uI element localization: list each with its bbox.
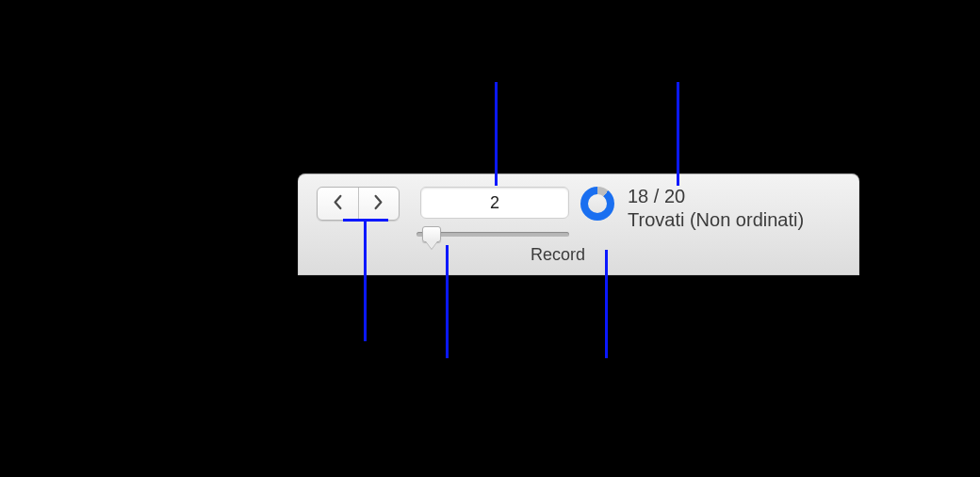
- prev-record-button[interactable]: [318, 188, 358, 220]
- callout-line: [446, 245, 449, 358]
- found-count: 18 / 20: [628, 185, 804, 208]
- record-navigation-panel: 2 Record 18 / 20 Trovati (Non ordinati): [298, 173, 859, 275]
- chevron-left-icon: [332, 194, 344, 214]
- callout-line: [677, 82, 679, 186]
- record-label: Record: [531, 245, 585, 265]
- current-record-field[interactable]: 2: [420, 187, 569, 219]
- chevron-right-icon: [372, 194, 384, 214]
- next-record-button[interactable]: [359, 188, 400, 220]
- found-sort-state: Trovati (Non ordinati): [628, 208, 804, 232]
- callout-line: [364, 219, 367, 341]
- callout-line: [495, 82, 498, 186]
- found-status: 18 / 20 Trovati (Non ordinati): [628, 185, 804, 232]
- current-record-value: 2: [490, 193, 499, 213]
- record-slider[interactable]: [416, 225, 569, 242]
- slider-thumb[interactable]: [422, 226, 441, 242]
- callout-line: [605, 250, 608, 358]
- found-pie-icon[interactable]: [580, 187, 614, 221]
- record-nav-segment: [317, 187, 400, 221]
